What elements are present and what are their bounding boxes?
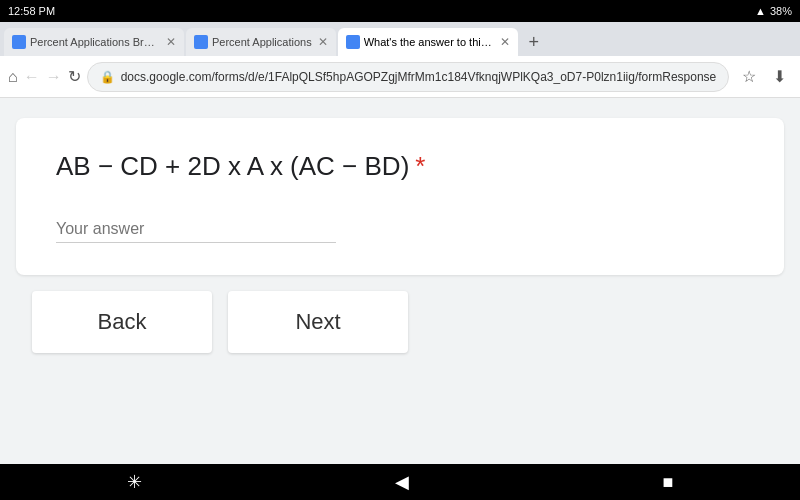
back-form-button[interactable]: Back [32, 291, 212, 353]
tab-1-label: Percent Applications Break... [30, 36, 160, 48]
required-star: * [415, 151, 425, 181]
nav-bar: ⌂ ← → ↻ 🔒 docs.google.com/forms/d/e/1FAl… [0, 56, 800, 98]
tab-2[interactable]: Percent Applications ✕ [186, 28, 336, 56]
android-back-button[interactable]: ◀ [395, 471, 409, 493]
tab-1-favicon [12, 35, 26, 49]
new-tab-button[interactable]: + [520, 28, 548, 56]
tab-2-label: Percent Applications [212, 36, 312, 48]
tab-bar: Percent Applications Break... ✕ Percent … [0, 22, 800, 56]
tab-1[interactable]: Percent Applications Break... ✕ [4, 28, 184, 56]
question-content: AB − CD + 2D x A x (AC − BD) [56, 151, 409, 181]
status-bar-right: ▲ 38% [755, 5, 792, 17]
back-button[interactable]: ← [24, 63, 40, 91]
tab-3[interactable]: What's the answer to this?... ✕ [338, 28, 518, 56]
android-bar: ✳ ◀ ■ [0, 464, 800, 500]
url-text: docs.google.com/forms/d/e/1FAlpQLSf5hpAG… [121, 70, 717, 84]
refresh-button[interactable]: ↻ [68, 63, 81, 91]
tab-3-close[interactable]: ✕ [500, 35, 510, 49]
wifi-icon: ▲ [755, 5, 766, 17]
lock-icon: 🔒 [100, 70, 115, 84]
forward-button[interactable]: → [46, 63, 62, 91]
tab-3-favicon [346, 35, 360, 49]
tab-3-label: What's the answer to this?... [364, 36, 494, 48]
form-card: AB − CD + 2D x A x (AC − BD)* [16, 118, 784, 275]
tab-2-close[interactable]: ✕ [318, 35, 328, 49]
tab-2-favicon [194, 35, 208, 49]
next-form-button[interactable]: Next [228, 291, 408, 353]
status-bar-left: 12:58 PM [8, 5, 55, 17]
content-area: AB − CD + 2D x A x (AC − BD)* Back Next [0, 98, 800, 369]
bookmark-button[interactable]: ☆ [735, 63, 763, 91]
nav-actions: ☆ ⬇ ⬜ ⋮ [735, 63, 800, 91]
tab-overview-button[interactable]: ⬜ [795, 63, 800, 91]
home-button[interactable]: ⌂ [8, 63, 18, 91]
android-recents-button[interactable]: ■ [662, 472, 673, 493]
download-button[interactable]: ⬇ [765, 63, 793, 91]
tab-1-close[interactable]: ✕ [166, 35, 176, 49]
answer-input[interactable] [56, 216, 336, 243]
question-text: AB − CD + 2D x A x (AC − BD)* [56, 150, 744, 184]
time-display: 12:58 PM [8, 5, 55, 17]
button-row: Back Next [16, 291, 784, 353]
battery-display: 38% [770, 5, 792, 17]
status-bar: 12:58 PM ▲ 38% [0, 0, 800, 22]
address-bar[interactable]: 🔒 docs.google.com/forms/d/e/1FAlpQLSf5hp… [87, 62, 730, 92]
android-asterisk-button[interactable]: ✳ [127, 471, 142, 493]
